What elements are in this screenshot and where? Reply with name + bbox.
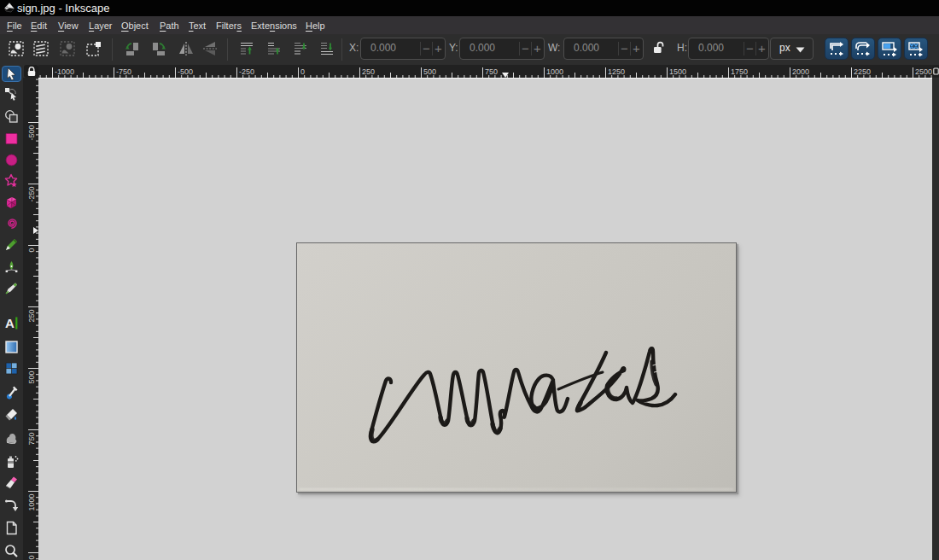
svg-text:750: 750 [27, 433, 36, 446]
svg-text:-500: -500 [27, 125, 36, 141]
svg-text:1250: 1250 [608, 67, 625, 76]
svg-text:250: 250 [27, 310, 36, 323]
svg-text:500: 500 [27, 371, 36, 384]
svg-text:250: 250 [362, 67, 375, 76]
svg-text:1000: 1000 [546, 67, 563, 76]
svg-text:2000: 2000 [792, 67, 809, 76]
svg-text:1750: 1750 [731, 67, 748, 76]
svg-text:-1000: -1000 [55, 67, 74, 76]
svg-text:-750: -750 [116, 67, 131, 76]
svg-text:1250: 1250 [27, 556, 36, 560]
svg-text:2500: 2500 [915, 67, 932, 76]
svg-text:-250: -250 [239, 67, 254, 76]
svg-text:0: 0 [300, 67, 305, 76]
svg-text:750: 750 [485, 67, 498, 76]
svg-text:1000: 1000 [27, 494, 36, 511]
svg-text:2250: 2250 [854, 67, 871, 76]
svg-text:500: 500 [423, 67, 436, 76]
svg-text:0: 0 [27, 248, 36, 253]
svg-text:-500: -500 [178, 67, 193, 76]
svg-text:A: A [5, 316, 15, 330]
svg-text:-250: -250 [27, 187, 36, 202]
svg-text:1500: 1500 [669, 67, 686, 76]
